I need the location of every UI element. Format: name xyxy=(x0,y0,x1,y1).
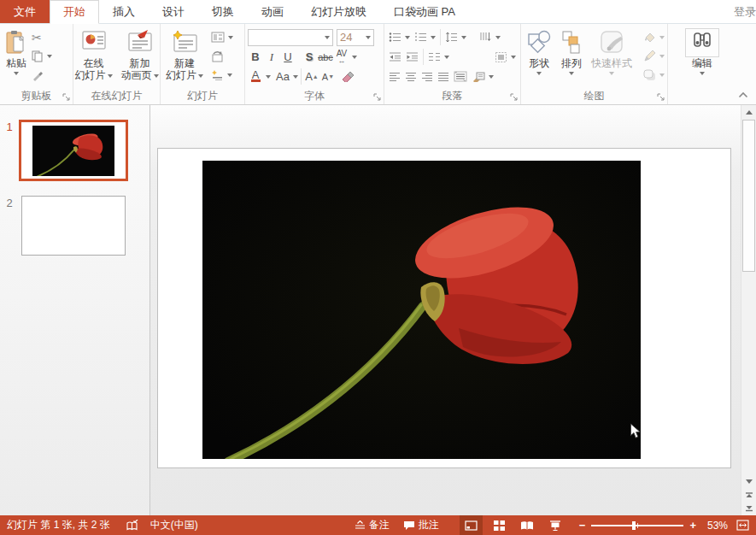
justify-button[interactable] xyxy=(436,68,451,85)
thumbnail-row-1: 1 xyxy=(0,120,149,181)
scroll-down-button[interactable] xyxy=(741,474,756,488)
text-direction-button[interactable] xyxy=(478,29,502,45)
grow-font-button[interactable]: A ▲ xyxy=(304,68,319,85)
reset-slide-button[interactable] xyxy=(209,48,235,64)
tab-slideshow[interactable]: 幻灯片放映 xyxy=(297,0,380,24)
columns-button[interactable] xyxy=(426,49,451,65)
group-slides: 新建 幻灯片 xyxy=(161,24,245,104)
smartart-button[interactable] xyxy=(470,68,495,85)
clear-formatting-button[interactable] xyxy=(340,68,355,85)
new-slide-button[interactable]: 新建 幻灯片 xyxy=(163,26,206,90)
slide-canvas[interactable] xyxy=(157,148,731,468)
paste-button[interactable]: 粘贴 xyxy=(3,26,30,90)
zoom-slider-track[interactable] xyxy=(591,525,683,526)
scrollbar-thumb[interactable] xyxy=(742,120,755,272)
character-spacing-button[interactable]: AV ↔ xyxy=(334,49,349,66)
language-indicator[interactable]: 中文(中国) xyxy=(150,518,198,532)
increase-indent-button[interactable] xyxy=(404,49,420,65)
decrease-indent-button[interactable] xyxy=(387,49,403,65)
editing-button[interactable]: 编辑 xyxy=(683,26,722,90)
align-right-button[interactable] xyxy=(419,68,435,85)
slide-1-thumbnail[interactable] xyxy=(19,120,128,181)
cut-icon: ✂ xyxy=(32,31,42,44)
reading-view-button[interactable] xyxy=(516,515,539,535)
format-painter-button[interactable] xyxy=(30,67,54,83)
zoom-in-button[interactable]: + xyxy=(689,519,696,532)
tab-animations[interactable]: 动画 xyxy=(248,0,297,24)
login-link[interactable]: 登录 xyxy=(724,0,756,23)
quick-styles-button[interactable]: 快速样式 xyxy=(589,26,635,90)
numbering-button[interactable] xyxy=(413,29,437,45)
arrange-button[interactable]: 排列 xyxy=(558,26,585,90)
section-button[interactable] xyxy=(209,67,235,83)
zoom-slider-center-tick xyxy=(637,523,638,528)
slide-layout-button[interactable] xyxy=(209,29,235,45)
shape-fill-button[interactable] xyxy=(642,29,666,45)
section-icon xyxy=(211,69,224,80)
slide-counter[interactable]: 幻灯片 第 1 张, 共 2 张 xyxy=(7,518,110,532)
font-dialog-launcher[interactable] xyxy=(372,92,382,102)
vertical-scrollbar xyxy=(741,105,756,515)
shapes-button[interactable]: 形状 xyxy=(524,26,554,90)
zoom-slider-thumb[interactable] xyxy=(632,521,636,530)
distribute-button[interactable] xyxy=(452,68,469,85)
text-shadow-button[interactable]: S xyxy=(302,49,317,66)
slideshow-view-button[interactable] xyxy=(544,515,567,535)
font-name-combo[interactable] xyxy=(248,29,333,46)
slide-sorter-view-button[interactable] xyxy=(488,515,511,535)
zoom-out-button[interactable]: − xyxy=(579,519,586,532)
shape-effects-caret xyxy=(659,73,665,77)
bullets-button[interactable] xyxy=(387,29,412,45)
font-size-caret xyxy=(366,36,371,39)
slide-2-number: 2 xyxy=(0,196,19,256)
slide-2-thumbnail[interactable] xyxy=(21,196,126,256)
scrollbar-track[interactable] xyxy=(742,119,755,474)
shape-effects-button[interactable] xyxy=(642,67,666,83)
align-center-button[interactable] xyxy=(403,68,419,85)
line-spacing-button[interactable] xyxy=(443,29,468,45)
normal-view-button[interactable] xyxy=(460,515,483,535)
underline-button[interactable]: U xyxy=(280,49,296,66)
align-left-button[interactable] xyxy=(387,68,402,85)
change-case-button[interactable]: Aa xyxy=(275,68,290,85)
collapse-ribbon-button[interactable] xyxy=(738,89,748,101)
fit-slide-to-window-button[interactable] xyxy=(731,515,754,535)
notes-button[interactable]: 备注 xyxy=(355,518,390,532)
bold-button[interactable]: B xyxy=(248,49,263,66)
shape-outline-button[interactable] xyxy=(642,48,666,64)
tab-pocket-animation[interactable]: 口袋动画 PA xyxy=(380,0,469,24)
next-slide-button[interactable] xyxy=(741,502,756,515)
previous-slide-button[interactable] xyxy=(741,488,756,502)
align-text-button[interactable] xyxy=(493,49,518,65)
paragraph-dialog-launcher[interactable] xyxy=(509,92,519,102)
font-size-combo[interactable]: 24 xyxy=(337,29,374,46)
grow-font-label: A xyxy=(305,70,313,83)
shrink-font-button[interactable]: A ▼ xyxy=(320,68,336,85)
scroll-up-button[interactable] xyxy=(741,105,756,119)
zoom-level[interactable]: 53% xyxy=(707,520,728,532)
tab-transitions[interactable]: 切换 xyxy=(198,0,248,24)
online-slides-button[interactable]: 在线 幻灯片 xyxy=(73,26,115,90)
slide-edit-area xyxy=(150,105,741,515)
tab-home[interactable]: 开始 xyxy=(50,0,99,24)
spell-check-button[interactable] xyxy=(126,520,138,532)
previous-slide-icon xyxy=(745,491,753,499)
italic-button[interactable]: I xyxy=(264,49,279,66)
font-size-value: 24 xyxy=(340,31,352,44)
tulip-picture[interactable] xyxy=(202,161,641,459)
font-color-button[interactable]: A xyxy=(248,68,263,85)
group-editing: 编辑 xyxy=(668,24,736,104)
new-slide-label-line2: 幻灯片 xyxy=(166,69,196,81)
tab-design[interactable]: 设计 xyxy=(149,0,198,24)
tab-file[interactable]: 文件 xyxy=(0,0,50,23)
comments-button[interactable]: 批注 xyxy=(403,518,439,532)
align-text-icon xyxy=(495,51,507,63)
drawing-dialog-launcher[interactable] xyxy=(656,92,665,102)
new-animation-page-button[interactable]: 新加 动画页 xyxy=(119,26,161,90)
strikethrough-button[interactable]: abc xyxy=(318,49,333,66)
group-drawing: 形状 排列 xyxy=(521,24,668,104)
tab-insert[interactable]: 插入 xyxy=(99,0,149,24)
copy-button[interactable] xyxy=(30,48,54,64)
clipboard-dialog-launcher[interactable] xyxy=(62,92,71,102)
cut-button[interactable]: ✂ xyxy=(30,29,54,45)
